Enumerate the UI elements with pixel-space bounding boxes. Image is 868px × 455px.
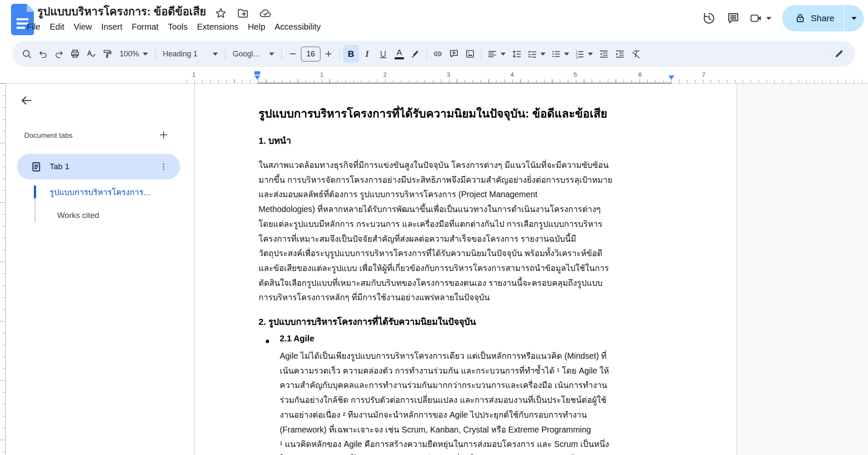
menu-view[interactable]: View: [69, 20, 97, 33]
add-comment-button[interactable]: [446, 45, 462, 63]
outline-item-works-cited[interactable]: Works cited: [57, 211, 99, 220]
menu-help[interactable]: Help: [243, 20, 270, 33]
zoom-select[interactable]: 100%: [115, 45, 152, 63]
close-tabs-panel-button[interactable]: [17, 91, 36, 110]
menu-bar: File Edit View Insert Format Tools Exten…: [22, 20, 326, 33]
ruler-number: 3: [447, 71, 450, 78]
text-line[interactable]: เน้นความรวดเร็ว ความคล่องตัว การทำงานร่ว…: [280, 363, 615, 378]
top-actions: Share: [696, 5, 868, 31]
font-family-select[interactable]: Googl...: [228, 45, 278, 63]
text-line[interactable]: มากขึ้น การบริหารจัดการโครงการอย่างมีประ…: [259, 173, 612, 187]
sidebar-tab-1[interactable]: Tab 1: [17, 154, 180, 179]
text-line[interactable]: ในกรอบการทำงานที่ได้รับความนิยมและเรียบง…: [280, 452, 615, 455]
decrease-font-size-button[interactable]: [285, 45, 301, 63]
left-indent-marker[interactable]: [254, 75, 260, 80]
document-heading[interactable]: รูปแบบการบริหารโครงการที่ได้รับความนิยมใ…: [259, 104, 607, 123]
first-line-indent-marker[interactable]: [254, 71, 260, 75]
add-tab-button[interactable]: [155, 126, 172, 143]
paint-format-button[interactable]: [99, 45, 115, 63]
text-line[interactable]: (Framework) ที่เฉพาะเจาะจง เช่น Scrum, K…: [280, 422, 615, 437]
ruler-number: 4: [510, 71, 514, 78]
print-button[interactable]: [67, 45, 83, 63]
vertical-ruler: [0, 84, 6, 455]
agile-paragraph[interactable]: Agile ไม่ได้เป็นเพียงรูปแบบการบริหารโครง…: [280, 349, 615, 455]
text-line[interactable]: Agile ไม่ได้เป็นเพียงรูปแบบการบริหารโครง…: [280, 349, 615, 363]
menu-extensions[interactable]: Extensions: [192, 20, 243, 33]
menu-tools[interactable]: Tools: [163, 20, 192, 33]
editing-mode-button[interactable]: [828, 43, 849, 64]
move-folder-icon[interactable]: [236, 7, 249, 20]
text-line[interactable]: การบริหารโครงการหลักๆ ที่มีการใช้งานอย่า…: [259, 290, 612, 305]
menu-file[interactable]: File: [22, 20, 45, 33]
menu-accessibility[interactable]: Accessibility: [270, 20, 326, 33]
align-button[interactable]: [484, 45, 508, 63]
increase-indent-button[interactable]: [612, 45, 628, 63]
text-color-button[interactable]: A: [391, 45, 407, 63]
outline-item-heading[interactable]: รูปแบบการบริหารโครงการ...: [50, 186, 150, 198]
undo-button[interactable]: [35, 45, 51, 63]
horizontal-ruler[interactable]: 1 1 2 3 4 5 6 7: [0, 70, 868, 84]
paragraph-style-select[interactable]: Heading 1: [159, 45, 222, 63]
share-dropdown-button[interactable]: [844, 5, 864, 31]
document-title[interactable]: รูปแบบบริหารโครงการ: ข้อดีข้อเสีย: [37, 3, 206, 20]
redo-button[interactable]: [51, 45, 67, 63]
page-left-edge: [194, 84, 195, 455]
search-menus-button[interactable]: [19, 45, 35, 63]
menu-insert[interactable]: Insert: [97, 20, 127, 33]
cloud-status-icon[interactable]: [259, 7, 272, 20]
star-icon[interactable]: [214, 7, 227, 20]
numbered-list-button[interactable]: 123: [572, 45, 595, 63]
bullet-heading-agile[interactable]: 2.1 Agile: [280, 334, 314, 343]
insert-link-button[interactable]: [430, 45, 446, 63]
share-main[interactable]: Share: [782, 5, 844, 31]
spellcheck-button[interactable]: [83, 45, 99, 63]
line-spacing-button[interactable]: [508, 45, 524, 63]
page-outside-area: [737, 84, 868, 455]
outline-active-indicator: [34, 185, 36, 198]
text-line[interactable]: ¹ แนวคิดหลักของ Agile คือการสร้างความยืด…: [280, 437, 615, 452]
text-line[interactable]: ร่วมกันอย่างใกล้ชิด การปรับตัวต่อการเปลี…: [280, 393, 615, 408]
align-caret-icon: [501, 53, 506, 56]
comments-button[interactable]: [721, 6, 746, 31]
menu-edit[interactable]: Edit: [45, 20, 69, 33]
text-line[interactable]: และข้อเสียของแต่ละรูปแบบ เพื่อให้ผู้ที่เ…: [259, 261, 612, 276]
section-1-heading[interactable]: 1. บทนำ: [259, 134, 291, 148]
intro-paragraph[interactable]: ในสภาพแวดล้อมทางธุรกิจที่มีการแข่งขันสูง…: [259, 158, 612, 305]
toolbar: 100% Heading 1 Googl... 16 B I U A: [13, 41, 855, 67]
ruler-number: 2: [383, 71, 387, 78]
checklist-button[interactable]: [524, 45, 548, 63]
bold-button[interactable]: B: [343, 45, 359, 63]
ruler-active-span: [257, 83, 671, 84]
underline-button[interactable]: U: [375, 45, 391, 63]
zoom-caret-icon: [143, 53, 148, 56]
clear-formatting-button[interactable]: [628, 45, 644, 63]
text-line[interactable]: ความสำคัญกับบุคคลและการทำงานร่วมกันมากกว…: [280, 378, 615, 393]
version-history-button[interactable]: [696, 6, 721, 31]
bulleted-list-button[interactable]: [548, 45, 572, 63]
text-line[interactable]: และส่งมอบผลลัพธ์ที่ต้องการ รูปแบบการบริห…: [259, 187, 612, 202]
tab-options-button[interactable]: [156, 159, 171, 174]
ruler-number: 6: [638, 71, 642, 78]
highlight-color-button[interactable]: [407, 45, 423, 63]
ruler-number: 7: [702, 71, 705, 78]
right-indent-marker[interactable]: [668, 75, 674, 80]
menu-format[interactable]: Format: [127, 20, 163, 33]
increase-font-size-button[interactable]: [320, 45, 337, 63]
share-button[interactable]: Share: [782, 5, 864, 31]
text-line[interactable]: วัตถุประสงค์เพื่อระบุรูปแบบการบริหารโครง…: [259, 246, 612, 261]
section-2-heading[interactable]: 2. รูปแบบการบริหารโครงการที่ได้รับความนิ…: [259, 315, 476, 329]
text-line[interactable]: โครงการที่เหมาะสมจึงเป็นปัจจัยสำคัญที่ส่…: [259, 232, 612, 246]
text-line[interactable]: โดยแต่ละรูปแบบมีหลักการ กระบวนการ และเคร…: [259, 217, 612, 232]
decrease-indent-button[interactable]: [595, 45, 612, 63]
meet-video-button[interactable]: [746, 6, 775, 31]
share-label: Share: [811, 13, 835, 23]
text-line[interactable]: ในสภาพแวดล้อมทางธุรกิจที่มีการแข่งขันสูง…: [259, 158, 612, 173]
numbered-list-caret-icon: [588, 53, 593, 56]
text-line[interactable]: งานอย่างต่อเนื่อง ² ทีมงานมักจะนำหลักการ…: [280, 408, 615, 422]
font-size-input[interactable]: 16: [301, 47, 320, 61]
text-line[interactable]: ตัดสินใจเลือกรูปแบบที่เหมาะสมกับบริบทของ…: [259, 276, 612, 290]
insert-image-button[interactable]: [462, 45, 478, 63]
bullet-marker: [266, 340, 269, 343]
italic-button[interactable]: I: [359, 45, 375, 63]
text-line[interactable]: Methodologies) ที่หลากหลายได้รับการพัฒนา…: [259, 202, 612, 217]
